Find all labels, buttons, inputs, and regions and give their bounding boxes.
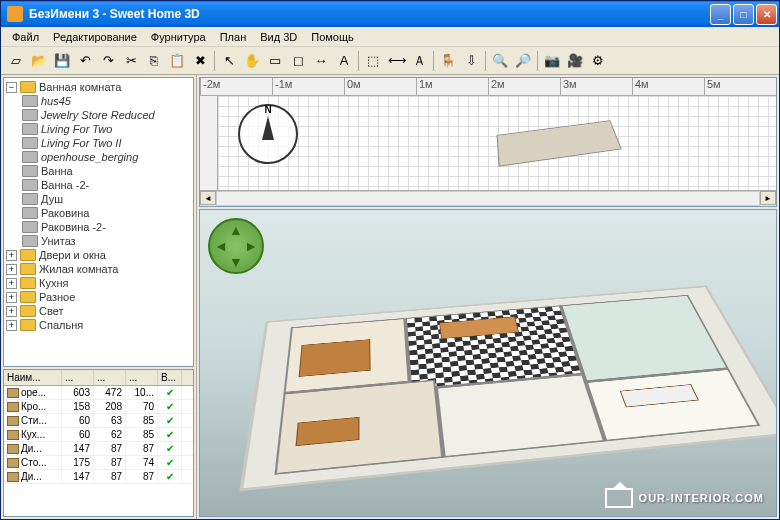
select-button[interactable]: ↖ [218, 50, 240, 72]
col-v[interactable]: В... [158, 370, 182, 385]
add-text-button[interactable]: Ａ [408, 50, 430, 72]
minimize-button[interactable]: _ [710, 4, 731, 25]
import-button[interactable]: ⇩ [460, 50, 482, 72]
nav-up-icon[interactable]: ▲ [229, 222, 243, 238]
table-row[interactable]: Кух...606285✔ [4, 428, 193, 442]
cell-visible[interactable]: ✔ [158, 428, 182, 441]
tree-category[interactable]: +Спальня [6, 318, 191, 332]
delete-button[interactable]: ✖ [189, 50, 211, 72]
expand-icon[interactable]: + [6, 292, 17, 303]
cell-visible[interactable]: ✔ [158, 470, 182, 483]
text-button[interactable]: A [333, 50, 355, 72]
expand-icon[interactable]: + [6, 306, 17, 317]
zoom-out-button[interactable]: 🔎 [512, 50, 534, 72]
menu-plan[interactable]: План [213, 29, 254, 45]
cut-button[interactable]: ✂ [120, 50, 142, 72]
cell-w: 60 [62, 428, 94, 441]
close-button[interactable]: ✕ [756, 4, 777, 25]
tree-item[interactable]: Ванна [22, 164, 191, 178]
maximize-button[interactable]: □ [733, 4, 754, 25]
save-button[interactable]: 💾 [51, 50, 73, 72]
table-row[interactable]: Сти...606385✔ [4, 414, 193, 428]
delete-icon: ✖ [192, 53, 208, 69]
pan-button[interactable]: ✋ [241, 50, 263, 72]
nav-control[interactable]: ▲ ▼ ◄ ► [208, 218, 264, 274]
tree-item[interactable]: Living For Two II [22, 136, 191, 150]
tree-item[interactable]: Унитаз [22, 234, 191, 248]
zoom-in-button[interactable]: 🔍 [489, 50, 511, 72]
new-button[interactable]: ▱ [5, 50, 27, 72]
nav-down-icon[interactable]: ▼ [229, 254, 243, 270]
table-row[interactable]: оре...60347210...✔ [4, 386, 193, 400]
catalog-tree[interactable]: − Ванная комната hus45Jewelry Store Redu… [3, 77, 194, 367]
expand-icon[interactable]: + [6, 320, 17, 331]
plan-view[interactable]: -2м-1м0м1м2м3м4м5м ◄ ► [199, 77, 777, 207]
menu-3d[interactable]: Вид 3D [253, 29, 304, 45]
tree-item[interactable]: hus45 [22, 94, 191, 108]
room-button[interactable]: ◻ [287, 50, 309, 72]
expand-icon[interactable]: + [6, 250, 17, 261]
wall-button[interactable]: ▭ [264, 50, 286, 72]
menu-help[interactable]: Помощь [304, 29, 361, 45]
video-button[interactable]: 🎥 [564, 50, 586, 72]
expand-icon[interactable]: + [6, 278, 17, 289]
photo-button[interactable]: 📷 [541, 50, 563, 72]
redo-button[interactable]: ↷ [97, 50, 119, 72]
create-dim-button[interactable]: ⟷ [385, 50, 407, 72]
tree-root[interactable]: − Ванная комната [6, 80, 191, 94]
tree-item[interactable]: Раковина -2- [22, 220, 191, 234]
tree-category[interactable]: +Разное [6, 290, 191, 304]
table-row[interactable]: Кро...15820870✔ [4, 400, 193, 414]
scroll-left-button[interactable]: ◄ [200, 191, 216, 205]
copy-button[interactable]: ⎘ [143, 50, 165, 72]
tree-category[interactable]: +Свет [6, 304, 191, 318]
col-name[interactable]: Наим... [4, 370, 62, 385]
table-row[interactable]: Сто...1758774✔ [4, 456, 193, 470]
titlebar[interactable]: БезИмени 3 - Sweet Home 3D _ □ ✕ [1, 1, 779, 27]
scroll-track[interactable] [216, 191, 760, 206]
table-row[interactable]: Ди...1478787✔ [4, 442, 193, 456]
cell-visible[interactable]: ✔ [158, 400, 182, 413]
scroll-right-button[interactable]: ► [760, 191, 776, 205]
furniture-table[interactable]: Наим... ... ... ... В... оре...60347210.… [3, 369, 194, 517]
tree-item[interactable]: Jewelry Store Reduced [22, 108, 191, 122]
cell-visible[interactable]: ✔ [158, 414, 182, 427]
tree-category[interactable]: +Двери и окна [6, 248, 191, 262]
cell-d: 62 [94, 428, 126, 441]
cell-visible[interactable]: ✔ [158, 386, 182, 399]
tree-item[interactable]: Living For Two [22, 122, 191, 136]
cell-visible[interactable]: ✔ [158, 442, 182, 455]
col-w[interactable]: ... [62, 370, 94, 385]
add-furniture-button[interactable]: 🪑 [437, 50, 459, 72]
compass-icon[interactable] [238, 104, 298, 164]
collapse-icon[interactable]: − [6, 82, 17, 93]
scrollbar-h[interactable]: ◄ ► [200, 190, 776, 206]
settings-button[interactable]: ⚙ [587, 50, 609, 72]
view-3d[interactable]: ▲ ▼ ◄ ► OUR-INTERIOR.COM [199, 209, 777, 517]
undo-button[interactable]: ↶ [74, 50, 96, 72]
tree-item[interactable]: Раковина [22, 206, 191, 220]
tree-item[interactable]: openhouse_berging [22, 150, 191, 164]
create-room-button[interactable]: ⬚ [362, 50, 384, 72]
tree-item[interactable]: Ванна -2- [22, 178, 191, 192]
tree-item[interactable]: Душ [22, 192, 191, 206]
table-row[interactable]: Ди...1478787✔ [4, 470, 193, 484]
col-d[interactable]: ... [94, 370, 126, 385]
menu-furniture[interactable]: Фурнитура [144, 29, 213, 45]
tree-category[interactable]: +Кухня [6, 276, 191, 290]
expand-icon[interactable]: + [6, 264, 17, 275]
dimension-button[interactable]: ↔ [310, 50, 332, 72]
nav-right-icon[interactable]: ► [244, 238, 258, 254]
nav-left-icon[interactable]: ◄ [214, 238, 228, 254]
cell-visible[interactable]: ✔ [158, 456, 182, 469]
item-icon [22, 207, 38, 219]
paste-button[interactable]: 📋 [166, 50, 188, 72]
menu-edit[interactable]: Редактирование [46, 29, 144, 45]
open-button[interactable]: 📂 [28, 50, 50, 72]
left-panel: − Ванная комната hus45Jewelry Store Redu… [1, 75, 197, 519]
menu-file[interactable]: Файл [5, 29, 46, 45]
photo-icon: 📷 [544, 53, 560, 69]
plan-canvas[interactable] [218, 96, 776, 190]
tree-category[interactable]: +Жилая комната [6, 262, 191, 276]
col-h[interactable]: ... [126, 370, 158, 385]
